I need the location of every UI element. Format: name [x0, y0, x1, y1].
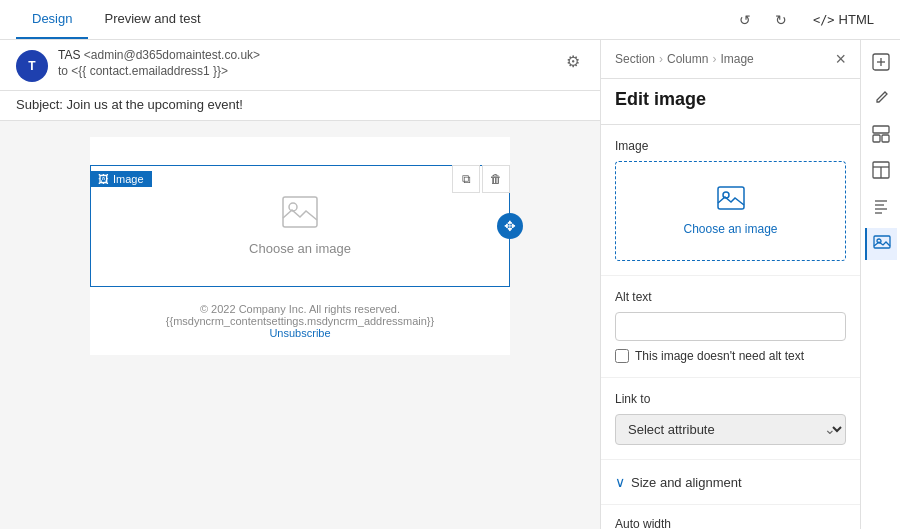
collapse-chevron-icon: ∨ — [615, 474, 625, 490]
layout-button[interactable] — [865, 120, 897, 152]
move-icon: ✥ — [504, 218, 516, 234]
panel-alt-text-section: Alt text This image doesn't need alt tex… — [601, 276, 860, 378]
edit-button[interactable] — [865, 84, 897, 116]
copy-block-button[interactable]: ⧉ — [452, 165, 480, 193]
data-button[interactable] — [865, 156, 897, 188]
image-upload-area[interactable]: Choose an image — [615, 161, 846, 261]
avatar: T — [16, 50, 48, 82]
image-tag-icon: 🖼 — [98, 173, 109, 185]
email-area: T TAS <admin@d365domaintest.co.uk> to <{… — [0, 40, 600, 529]
email-canvas: 🖼 Image ⧉ 🗑 — [0, 121, 600, 529]
svg-rect-20 — [873, 135, 880, 142]
auto-width-section: Auto width On — [601, 505, 860, 529]
main-content: T TAS <admin@d365domaintest.co.uk> to <{… — [0, 40, 900, 529]
breadcrumb-column: Column — [667, 52, 708, 66]
email-frame: 🖼 Image ⧉ 🗑 — [90, 137, 510, 355]
text-icon — [872, 197, 890, 219]
image-sidebar-button[interactable] — [865, 228, 897, 260]
email-footer: © 2022 Company Inc. All rights reserved.… — [90, 287, 510, 355]
redo-icon: ↻ — [775, 12, 787, 28]
email-header-left: T TAS <admin@d365domaintest.co.uk> to <{… — [16, 48, 260, 82]
image-block-toolbar: 🖼 Image ⧉ 🗑 — [90, 165, 510, 193]
top-tabs: Design Preview and test — [16, 0, 217, 39]
right-icon-bar — [860, 40, 900, 529]
email-header: T TAS <admin@d365domaintest.co.uk> to <{… — [0, 40, 600, 91]
delete-block-button[interactable]: 🗑 — [482, 165, 510, 193]
image-block-wrapper: 🖼 Image ⧉ 🗑 — [90, 165, 510, 287]
email-subject: Subject: Join us at the upcoming event! — [0, 91, 600, 121]
email-from: TAS <admin@d365domaintest.co.uk> — [58, 48, 260, 62]
top-bar: Design Preview and test ↺ ↻ </> HTML — [0, 0, 900, 40]
breadcrumb-image: Image — [720, 52, 753, 66]
breadcrumb: Section › Column › Image — [615, 52, 754, 66]
panel-header: Section › Column › Image × — [601, 40, 860, 79]
close-icon: × — [835, 49, 846, 69]
image-placeholder-icon — [282, 196, 318, 235]
svg-rect-21 — [882, 135, 889, 142]
panel-image-section: Image Choose an image — [601, 125, 860, 276]
plus-square-icon — [872, 53, 890, 75]
alt-text-input[interactable] — [615, 312, 846, 341]
right-panel: Section › Column › Image × Edit image Im… — [600, 40, 860, 529]
link-to-label: Link to — [615, 392, 846, 406]
table-icon — [872, 161, 890, 183]
email-to: to <{{ contact.emailaddress1 }}> — [58, 64, 260, 78]
code-icon: </> — [813, 13, 835, 27]
email-meta: TAS <admin@d365domaintest.co.uk> to <{{ … — [58, 48, 260, 78]
layout-icon — [872, 125, 890, 147]
pencil-icon — [872, 89, 890, 111]
text-button[interactable] — [865, 192, 897, 224]
html-button[interactable]: </> HTML — [803, 8, 884, 31]
move-handle[interactable]: ✥ — [497, 213, 523, 239]
undo-button[interactable]: ↺ — [731, 6, 759, 34]
panel-link-section: Link to Select attribute — [601, 378, 860, 460]
close-panel-button[interactable]: × — [835, 50, 846, 68]
svg-point-1 — [289, 203, 297, 211]
unsubscribe-link[interactable]: Unsubscribe — [269, 327, 330, 339]
image-tag: 🖼 Image — [90, 171, 152, 187]
panel-size-section: ∨ Size and alignment — [601, 460, 860, 505]
auto-width-label: Auto width — [615, 517, 846, 529]
breadcrumb-section: Section — [615, 52, 655, 66]
trash-icon: 🗑 — [490, 172, 502, 186]
link-to-select-wrapper: Select attribute — [615, 414, 846, 445]
alt-text-label: Alt text — [615, 290, 846, 304]
svg-rect-29 — [874, 236, 890, 248]
alt-text-checkbox[interactable] — [615, 349, 629, 363]
top-bar-actions: ↺ ↻ </> HTML — [731, 6, 884, 34]
upload-text: Choose an image — [683, 222, 777, 236]
image-sidebar-icon — [873, 233, 891, 255]
svg-rect-19 — [873, 126, 889, 133]
upload-icon — [717, 186, 745, 216]
svg-rect-2 — [718, 187, 744, 209]
svg-rect-0 — [283, 197, 317, 227]
redo-button[interactable]: ↻ — [767, 6, 795, 34]
gear-icon: ⚙ — [566, 53, 580, 70]
add-section-button[interactable] — [865, 48, 897, 80]
panel-title: Edit image — [601, 79, 860, 125]
size-alignment-header[interactable]: ∨ Size and alignment — [615, 474, 846, 490]
copy-icon: ⧉ — [462, 172, 471, 186]
alt-text-checkbox-label: This image doesn't need alt text — [635, 349, 804, 363]
alt-text-checkbox-row: This image doesn't need alt text — [615, 349, 846, 363]
tab-preview[interactable]: Preview and test — [88, 0, 216, 39]
size-alignment-label: Size and alignment — [631, 475, 742, 490]
image-tag-actions: ⧉ 🗑 — [452, 165, 510, 193]
link-to-select[interactable]: Select attribute — [615, 414, 846, 445]
settings-button[interactable]: ⚙ — [562, 48, 584, 75]
tab-design[interactable]: Design — [16, 0, 88, 39]
undo-icon: ↺ — [739, 12, 751, 28]
image-section-label: Image — [615, 139, 846, 153]
